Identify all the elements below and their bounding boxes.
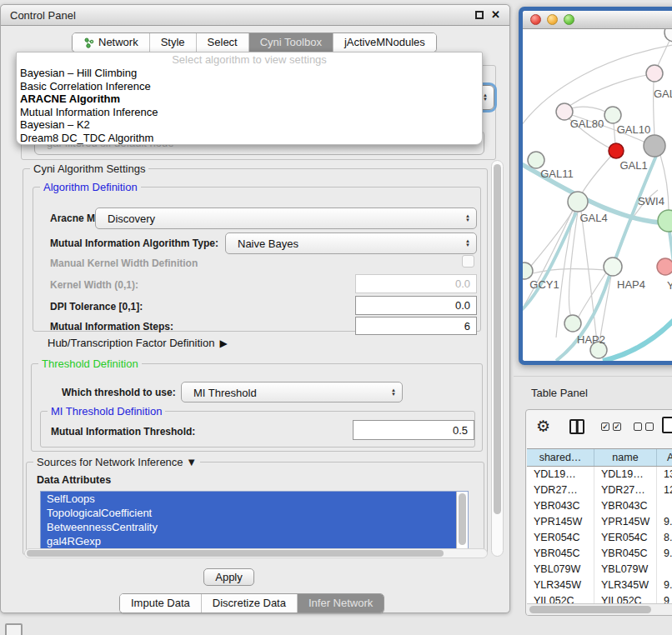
spinner-arrows-icon: ▲▼ bbox=[465, 214, 470, 222]
close-traffic-button[interactable] bbox=[530, 14, 541, 25]
table-row[interactable]: YPR145W YPR145W 9. bbox=[527, 514, 672, 530]
tab-cyni-toolbox[interactable]: Cyni Toolbox bbox=[249, 33, 333, 52]
algorithm-option[interactable]: Bayesian – Hill Climbing bbox=[17, 67, 482, 80]
network-node[interactable] bbox=[664, 29, 672, 42]
table-cell bbox=[657, 498, 672, 514]
control-panel-titlebar: Control Panel ✕ bbox=[1, 5, 509, 26]
list-item[interactable]: BetweennessCentrality bbox=[41, 520, 468, 534]
network-view-window: GAL GAL80 GAL10 GAL1 GAL11 GAL4 SWI4 GCY… bbox=[519, 7, 672, 365]
group-title: Threshold Definition bbox=[38, 358, 142, 370]
control-panel-tabbar: Network Style Select Cyni Toolbox jActiv… bbox=[72, 32, 437, 52]
table-row[interactable]: YDR27… YDR27… 12 bbox=[527, 482, 672, 498]
sources-expander[interactable]: Sources for Network Inference ▼ bbox=[33, 456, 200, 468]
table-cell: YDR27… bbox=[527, 482, 594, 498]
popup-placeholder: Select algorithm to view settings bbox=[17, 52, 482, 67]
column-header[interactable]: A bbox=[657, 449, 672, 466]
dpi-tolerance-label: DPI Tolerance [0,1]: bbox=[50, 301, 143, 312]
table-row[interactable]: YBL079W YBL079W bbox=[527, 562, 672, 578]
network-node[interactable] bbox=[644, 135, 665, 157]
settings-vertical-scrollbar[interactable] bbox=[491, 160, 504, 557]
tab-select[interactable]: Select bbox=[197, 33, 249, 52]
list-item[interactable]: gal4RGexp bbox=[41, 534, 468, 548]
zoom-traffic-button[interactable] bbox=[564, 14, 574, 25]
new-table-icon[interactable] bbox=[662, 417, 672, 433]
list-vertical-scrollbar[interactable] bbox=[456, 492, 468, 548]
table-row[interactable]: YBR045C YBR045C 9. bbox=[527, 546, 672, 562]
table-cell: 9. bbox=[657, 578, 672, 593]
column-layout-icon[interactable] bbox=[569, 419, 584, 434]
dock-panel-icon[interactable] bbox=[5, 623, 23, 635]
data-attributes-list: SelfLoops TopologicalCoefficient Between… bbox=[40, 491, 469, 549]
table-cell bbox=[657, 562, 672, 578]
algorithm-option-highlighted[interactable]: ARACNE Algorithm bbox=[17, 92, 482, 106]
table-cell: YPR145W bbox=[527, 514, 594, 530]
table-cell: YBR043C bbox=[527, 498, 594, 514]
tab-style[interactable]: Style bbox=[150, 33, 197, 52]
tab-network[interactable]: Network bbox=[73, 33, 150, 52]
network-node[interactable] bbox=[528, 152, 544, 168]
close-icon[interactable]: ✕ bbox=[491, 11, 500, 19]
window-title: Control Panel bbox=[10, 9, 76, 22]
group-title: MI Threshold Definition bbox=[48, 405, 165, 418]
table-cell: YBR045C bbox=[594, 546, 657, 562]
network-node[interactable] bbox=[658, 210, 672, 232]
manual-kernel-checkbox bbox=[462, 255, 474, 268]
table-row[interactable]: YBR043C YBR043C bbox=[527, 498, 672, 514]
settings-horizontal-scrollbar[interactable] bbox=[24, 548, 488, 558]
tab-impute-data[interactable]: Impute Data bbox=[120, 594, 202, 612]
minimize-traffic-button[interactable] bbox=[547, 14, 558, 25]
algorithm-option[interactable]: Bayesian – K2 bbox=[17, 118, 482, 132]
table-cell: YDL19… bbox=[527, 467, 594, 482]
network-node[interactable] bbox=[604, 258, 622, 276]
network-node-selected[interactable] bbox=[609, 143, 624, 158]
spinner-arrows-icon: ▲▼ bbox=[483, 93, 488, 102]
node-label: SWI4 bbox=[638, 195, 664, 208]
which-threshold-combobox[interactable]: MI Threshold ▲▼ bbox=[181, 382, 403, 402]
hub-factor-expander[interactable]: Hub/Transcription Factor Definition▶ bbox=[48, 337, 228, 349]
select-all-icon[interactable]: ✓✓ bbox=[601, 422, 621, 431]
panel-divider bbox=[514, 376, 672, 377]
desktop: Control Panel ✕ Network Style Select Cyn bbox=[0, 0, 672, 635]
table-header-row: shared… name A bbox=[527, 448, 672, 467]
mi-type-combobox[interactable]: Naive Bayes ▲▼ bbox=[225, 232, 477, 254]
algorithm-option[interactable]: Mutual Information Inference bbox=[17, 106, 482, 119]
aracne-mode-combobox[interactable]: Discovery ▲▼ bbox=[95, 208, 477, 229]
tab-discretize-data[interactable]: Discretize Data bbox=[202, 594, 298, 612]
threshold-definition-group: Threshold Definition Which threshold to … bbox=[31, 363, 483, 452]
network-node[interactable] bbox=[646, 65, 663, 82]
float-window-icon[interactable] bbox=[475, 11, 484, 19]
settings-gear-icon[interactable]: ⚙ bbox=[536, 418, 550, 436]
apply-button[interactable]: Apply bbox=[203, 568, 254, 586]
network-edge bbox=[582, 156, 611, 193]
list-item[interactable]: TopologicalCoefficient bbox=[41, 506, 468, 520]
table-row[interactable]: YER054C YER054C 8. bbox=[527, 530, 672, 546]
list-item[interactable]: SelfLoops bbox=[41, 492, 468, 506]
kernel-width-input bbox=[355, 274, 477, 293]
network-node[interactable] bbox=[657, 258, 672, 275]
dpi-tolerance-input[interactable] bbox=[355, 296, 477, 315]
control-panel-window: Control Panel ✕ Network Style Select Cyn bbox=[0, 4, 510, 613]
network-node[interactable] bbox=[568, 192, 588, 212]
tab-label: Cyni Toolbox bbox=[260, 33, 322, 52]
algorithm-option[interactable]: Dream8 DC_TDC Algorithm bbox=[17, 132, 482, 145]
table-row[interactable]: YLR345W YLR345W 9. bbox=[527, 578, 672, 593]
mi-threshold-input[interactable] bbox=[353, 420, 474, 440]
table-horizontal-scrollbar[interactable] bbox=[527, 603, 672, 615]
network-canvas[interactable]: GAL GAL80 GAL10 GAL1 GAL11 GAL4 SWI4 GCY… bbox=[523, 29, 672, 361]
table-row[interactable]: YDL19… YDL19… 13 bbox=[527, 467, 672, 482]
mi-steps-input[interactable] bbox=[355, 317, 477, 335]
tab-label: Impute Data bbox=[131, 594, 190, 612]
column-header[interactable]: name bbox=[594, 449, 657, 466]
tab-infer-network[interactable]: Infer Network bbox=[298, 594, 384, 612]
network-node[interactable] bbox=[564, 315, 581, 332]
node-label: GAL4 bbox=[579, 212, 607, 224]
algorithm-option[interactable]: Basic Correlation Inference bbox=[17, 80, 482, 93]
column-header[interactable]: shared… bbox=[527, 449, 594, 466]
network-edge bbox=[656, 38, 671, 69]
tab-jactivemnodules[interactable]: jActiveMNodules bbox=[333, 33, 436, 52]
network-node[interactable] bbox=[604, 107, 621, 123]
table-cell: YLR345W bbox=[594, 578, 657, 593]
node-label: HAP2 bbox=[577, 333, 605, 346]
deselect-all-icon[interactable] bbox=[634, 422, 654, 431]
network-graph: GAL GAL80 GAL10 GAL1 GAL11 GAL4 SWI4 GCY… bbox=[523, 29, 672, 361]
